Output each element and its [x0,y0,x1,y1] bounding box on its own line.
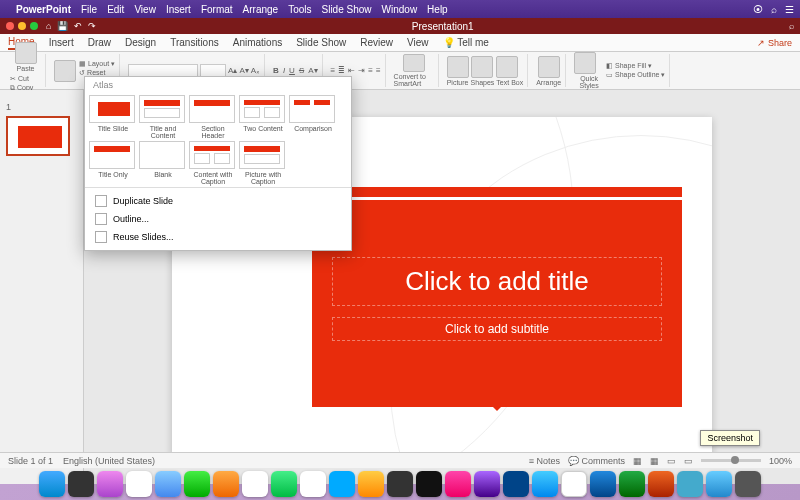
align-center-icon[interactable]: ≡ [376,66,381,75]
indent-decrease-icon[interactable]: ⇤ [348,66,355,75]
font-color-button[interactable]: A▾ [308,66,317,75]
app-icon[interactable] [561,471,587,497]
menu-window[interactable]: Window [382,4,418,15]
shape-outline-button[interactable]: ▭ Shape Outline ▾ [606,71,665,79]
menu-view[interactable]: View [134,4,156,15]
layout-title-content[interactable]: Title and Content [139,95,187,139]
title-placeholder[interactable]: Click to add title [332,257,662,306]
slideshow-view-icon[interactable]: ▭ [684,456,693,466]
notes-button[interactable]: ≡ Notes [529,456,560,466]
appstore-icon[interactable] [503,471,529,497]
layout-content-caption[interactable]: Content with Caption [189,141,237,185]
reuse-slides-cmd[interactable]: Reuse Slides... [85,228,351,246]
app-icon[interactable] [677,471,703,497]
app-name[interactable]: PowerPoint [16,4,71,15]
messages-icon[interactable] [184,471,210,497]
maximize-icon[interactable] [30,22,38,30]
control-center-icon[interactable]: ☰ [785,4,794,15]
strike-button[interactable]: S [299,66,304,75]
duplicate-slide-cmd[interactable]: Duplicate Slide [85,192,351,210]
slide-thumbnail-1[interactable] [6,116,70,156]
tab-animations[interactable]: Animations [233,37,282,48]
layout-picture-caption[interactable]: Picture with Caption [239,141,287,185]
share-button[interactable]: ↗ Share [757,38,792,48]
powerpoint-icon[interactable] [648,471,674,497]
layout-title-slide[interactable]: Title Slide [89,95,137,139]
thumbnail-panel[interactable]: 1 [0,90,84,484]
folder-icon[interactable] [706,471,732,497]
outline-cmd[interactable]: Outline... [85,210,351,228]
safari-icon[interactable] [532,471,558,497]
search-icon[interactable]: ⌕ [771,4,777,15]
comments-button[interactable]: 💬 Comments [568,456,625,466]
indent-increase-icon[interactable]: ⇥ [358,66,365,75]
music-icon[interactable] [445,471,471,497]
shapes-button[interactable] [471,56,493,78]
reading-view-icon[interactable]: ▭ [667,456,676,466]
tv-icon[interactable] [416,471,442,497]
qat-home-icon[interactable]: ⌂ [46,21,51,31]
picture-button[interactable] [447,56,469,78]
maps-icon[interactable] [213,471,239,497]
shape-fill-button[interactable]: ◧ Shape Fill ▾ [606,62,665,70]
paste-icon[interactable] [15,42,37,64]
tab-slideshow[interactable]: Slide Show [296,37,346,48]
layout-title-only[interactable]: Title Only [89,141,137,185]
photos-icon[interactable] [242,471,268,497]
tab-view[interactable]: View [407,37,429,48]
tab-review[interactable]: Review [360,37,393,48]
layout-blank[interactable]: Blank [139,141,187,185]
trash-icon[interactable] [735,471,761,497]
notes-icon[interactable] [358,471,384,497]
arrange-button[interactable] [538,56,560,78]
facetime-icon[interactable] [271,471,297,497]
new-slide-button[interactable] [54,60,76,82]
decrease-font-icon[interactable]: A▾ [239,66,248,75]
search-icon[interactable]: ⌕ [789,21,794,31]
layout-button[interactable]: ▦ Layout ▾ [79,60,115,68]
subtitle-placeholder[interactable]: Click to add subtitle [332,317,662,341]
settings-icon[interactable] [68,471,94,497]
tab-draw[interactable]: Draw [88,37,111,48]
qat-redo-icon[interactable]: ↷ [88,21,96,31]
tab-insert[interactable]: Insert [49,37,74,48]
zoom-level[interactable]: 100% [769,456,792,466]
align-left-icon[interactable]: ≡ [368,66,373,75]
layout-section-header[interactable]: Section Header [189,95,237,139]
quick-styles-button[interactable] [574,52,596,74]
menu-tools[interactable]: Tools [288,4,311,15]
normal-view-icon[interactable]: ▦ [633,456,642,466]
qat-save-icon[interactable]: 💾 [57,21,68,31]
textbox-button[interactable] [496,56,518,78]
zoom-slider[interactable] [701,459,761,462]
minimize-icon[interactable] [18,22,26,30]
convert-smartart-icon[interactable] [403,54,425,72]
clear-format-icon[interactable]: Aₓ [251,66,260,75]
reminders-icon[interactable] [387,471,413,497]
finder-icon[interactable] [39,471,65,497]
menu-file[interactable]: File [81,4,97,15]
cut-button[interactable]: ✂ Cut [10,75,41,83]
tell-me[interactable]: 💡 Tell me [443,37,489,48]
italic-button[interactable]: I [283,66,285,75]
mail-icon[interactable] [155,471,181,497]
app-icon[interactable] [97,471,123,497]
podcast-icon[interactable] [474,471,500,497]
menu-slideshow[interactable]: Slide Show [322,4,372,15]
wifi-icon[interactable]: ⦿ [753,4,763,15]
excel-icon[interactable] [619,471,645,497]
app-icon[interactable] [329,471,355,497]
increase-font-icon[interactable]: A▴ [228,66,237,75]
paste-button[interactable]: Paste [15,65,37,72]
traffic-lights[interactable] [6,22,38,30]
layout-comparison[interactable]: Comparison [289,95,337,139]
layout-two-content[interactable]: Two Content [239,95,287,139]
tab-design[interactable]: Design [125,37,156,48]
language-status[interactable]: English (United States) [63,456,155,466]
slide-counter[interactable]: Slide 1 of 1 [8,456,53,466]
calendar-icon[interactable] [300,471,326,497]
close-icon[interactable] [6,22,14,30]
menu-format[interactable]: Format [201,4,233,15]
app-icon[interactable] [126,471,152,497]
numbering-icon[interactable]: ≣ [338,66,345,75]
